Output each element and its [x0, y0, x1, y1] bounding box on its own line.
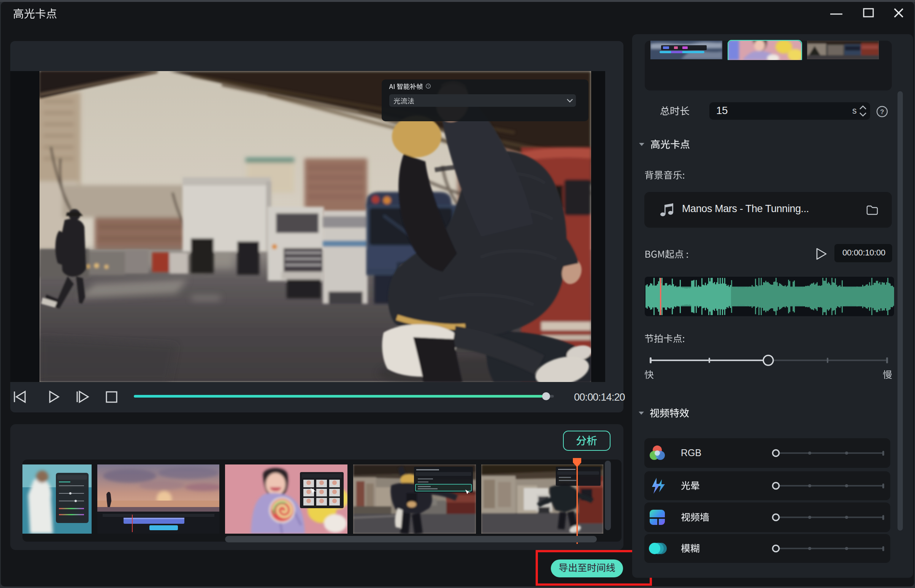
svg-text:?: ? — [427, 84, 429, 88]
svg-text:?: ? — [880, 108, 884, 116]
